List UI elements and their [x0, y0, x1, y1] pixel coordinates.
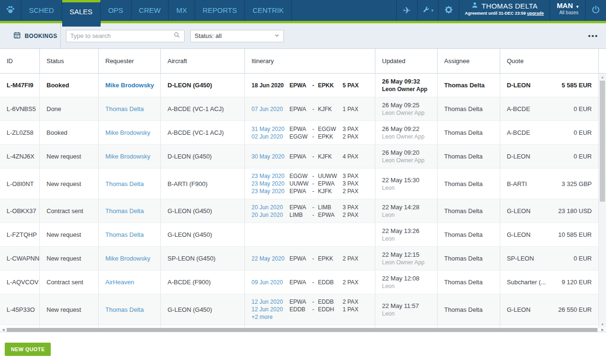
- updated-time: 22 May 12:08: [382, 274, 437, 282]
- column-header-requester[interactable]: Requester: [99, 49, 161, 73]
- table-row[interactable]: L-O8I0NT New request Thomas Delta B-ARTI…: [0, 168, 606, 199]
- table-row[interactable]: L-AQVCOV Contract sent AirHeaven A-BCDE …: [0, 271, 606, 294]
- column-header-updated[interactable]: Updated: [375, 49, 438, 73]
- leg-separator: -: [312, 172, 318, 180]
- table-row[interactable]: L-M47FI9 Booked Mike Brodowsky D-LEON (G…: [0, 74, 606, 97]
- quote-price: 0 EUR: [574, 105, 592, 112]
- table-row[interactable]: L-FZTQHP New request Thomas Delta G-LEON…: [0, 223, 606, 247]
- updated-source: Leon Owner App: [382, 85, 437, 93]
- scroll-up-icon[interactable]: ▲: [599, 74, 606, 80]
- new-quote-button[interactable]: NEW QUOTE: [5, 343, 51, 356]
- updated-time: 26 May 09:32: [382, 77, 437, 85]
- itinerary-leg: 12 Jun 2020 EPWA - EDDB 2 PAX: [252, 298, 375, 306]
- leg-pax: 2 PAX: [343, 279, 364, 286]
- itinerary-leg: 07 Jun 2020 EPWA - KJFK 1 PAX: [252, 105, 375, 113]
- table-row[interactable]: L-OBKX37 Contract sent Thomas Delta G-LE…: [0, 199, 606, 223]
- booking-status: New request: [40, 294, 99, 325]
- logout-button[interactable]: [585, 0, 606, 21]
- table-header: ID Status Requester Aircraft Itinerary U…: [0, 49, 606, 74]
- column-header-itinerary[interactable]: Itinerary: [245, 49, 375, 73]
- booking-updated: 26 May 09:20 Leon Owner App: [375, 145, 438, 168]
- user-menu[interactable]: THOMAS DELTA Agreement until 31-DEC 23:5…: [459, 0, 550, 21]
- settings-button[interactable]: [438, 0, 459, 21]
- scroll-left-icon[interactable]: ◀: [0, 328, 7, 332]
- vertical-scroll-thumb[interactable]: [600, 81, 605, 202]
- bookings-section: BOOKINGS: [0, 23, 61, 49]
- booking-itinerary: 22 May 2020 EPWA - EPKK 2 PAX: [245, 247, 375, 270]
- chevron-down-icon: ▾: [431, 8, 434, 13]
- flights-button[interactable]: ✈: [396, 0, 417, 21]
- leg-date: 23 May 2020: [252, 180, 289, 187]
- booking-requester: Mike Brodowsky: [99, 121, 161, 144]
- quote-price: 23 180 USD: [558, 207, 592, 215]
- updated-time: 22 May 12:15: [382, 251, 437, 259]
- search-input[interactable]: [70, 32, 173, 39]
- leg-date: 30 May 2020: [252, 153, 289, 160]
- tab-reports[interactable]: REPORTS: [195, 0, 245, 21]
- tab-sched[interactable]: SCHED: [21, 0, 62, 21]
- more-menu-icon[interactable]: •••: [588, 32, 598, 40]
- booking-status: New request: [40, 145, 99, 168]
- horizontal-scroll-thumb[interactable]: [7, 328, 597, 332]
- table-row[interactable]: L-6VNBS5 Done Thomas Delta A-BCDE (VC-1 …: [0, 97, 606, 121]
- table-row[interactable]: L-ZL0Z58 Booked Mike Brodowsky A-BCDE (V…: [0, 121, 606, 145]
- leg-pax: 2 PAX: [343, 211, 364, 219]
- base-scope: All bases: [559, 10, 578, 15]
- booking-requester: Thomas Delta: [99, 168, 161, 199]
- column-header-quote[interactable]: Quote: [500, 49, 599, 73]
- booking-itinerary: 30 May 2020 EPWA - KJFK 4 PAX: [245, 145, 375, 168]
- search-icon[interactable]: [173, 31, 180, 40]
- table-row[interactable]: L-CWAPNN New request Mike Brodowsky SP-L…: [0, 247, 606, 271]
- tab-sales[interactable]: SALES: [62, 0, 101, 27]
- booking-requester: Thomas Delta: [99, 97, 161, 121]
- column-header-id[interactable]: ID: [0, 49, 40, 73]
- booking-id: L-FZTQHP: [0, 223, 40, 246]
- updated-source: Leon: [382, 211, 437, 219]
- leg-arrival: EPKK: [318, 255, 343, 262]
- leg-pax: 2 PAX: [343, 255, 364, 262]
- updated-source: Leon: [382, 310, 437, 317]
- vertical-scrollbar[interactable]: ▲ ▼: [599, 74, 606, 327]
- more-legs-link[interactable]: +2 more: [252, 313, 375, 321]
- table-row[interactable]: L-TVXXXU New request Thomas Delta G-LEON…: [0, 325, 606, 327]
- booking-requester: Mike Brodowsky: [99, 247, 161, 270]
- table-row[interactable]: L-4ZNJ6X New request Mike Brodowsky D-LE…: [0, 145, 606, 168]
- booking-assignee: Thomas Delta: [438, 199, 500, 223]
- app-logo[interactable]: [0, 0, 21, 21]
- horizontal-scrollbar[interactable]: ◀ ▶: [0, 327, 606, 332]
- booking-itinerary: 20 Jun 2020 EPWA - LIMB 3 PAX 20 Jun 202…: [245, 199, 375, 223]
- upgrade-link[interactable]: upgrade: [527, 11, 544, 16]
- tab-crew[interactable]: CREW: [131, 0, 169, 21]
- booking-itinerary: 09 Jun 2020 EPWA - EDDB 2 PAX: [245, 271, 375, 294]
- leg-departure: EPWA: [289, 204, 312, 211]
- leg-arrival: EPWA: [318, 180, 343, 187]
- leg-departure: EPWA: [289, 298, 312, 306]
- column-header-assignee[interactable]: Assignee: [438, 49, 500, 73]
- tab-mx[interactable]: MX: [168, 0, 195, 21]
- leg-date: 18 Jun 2020: [252, 82, 289, 89]
- tools-menu-button[interactable]: ▾: [417, 0, 438, 21]
- booking-assignee: Thomas Delta: [438, 97, 500, 121]
- itinerary-leg: 02 Jun 2020 EGGW - EPKK 2 PAX: [252, 133, 375, 140]
- booking-aircraft: A-BCDE (VC-1 ACJ): [161, 121, 245, 144]
- leg-date: 12 Jun 2020: [252, 298, 289, 306]
- booking-itinerary: 23 May 2020 EGGW - UUWW 3 PAX 23 May 202…: [245, 168, 375, 199]
- status-filter-select[interactable]: Status: all: [190, 30, 284, 42]
- booking-quote: A-BCDE 0 EUR: [500, 121, 599, 144]
- table-row[interactable]: L-45P33O New request Thomas Delta G-LEON…: [0, 294, 606, 325]
- column-header-status[interactable]: Status: [40, 49, 99, 73]
- updated-source: Leon Owner App: [382, 259, 437, 266]
- tab-ops[interactable]: OPS: [101, 0, 131, 21]
- scroll-down-icon[interactable]: ▼: [599, 321, 606, 327]
- leg-departure: LIMB: [289, 211, 312, 219]
- calendar-icon: [13, 31, 21, 41]
- column-header-aircraft[interactable]: Aircraft: [161, 49, 245, 73]
- leg-pax: 2 PAX: [343, 298, 364, 306]
- base-selector[interactable]: MAN ▾ All bases: [550, 0, 585, 21]
- tab-centrik[interactable]: CENTRIK: [245, 0, 292, 21]
- booking-requester: AirHeaven: [99, 271, 161, 294]
- booking-quote: G-LEON 10 585 EUR: [500, 223, 599, 246]
- scroll-right-icon[interactable]: ▶: [599, 328, 606, 332]
- updated-time: 26 May 09:22: [382, 125, 437, 133]
- leg-separator: -: [312, 306, 318, 313]
